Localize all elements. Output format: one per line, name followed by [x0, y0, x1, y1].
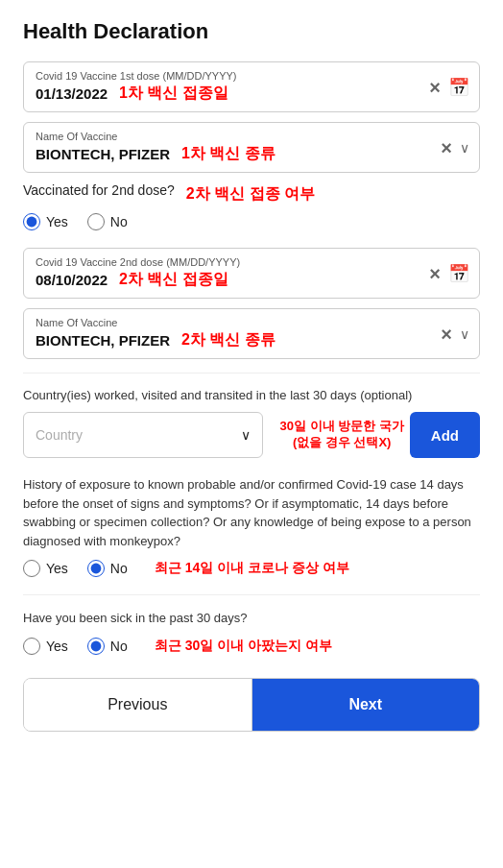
vaccine2-date-value: 08/10/2022 — [36, 272, 108, 288]
exposure-yes-option[interactable]: Yes — [23, 560, 68, 577]
sick-no-option[interactable]: No — [87, 638, 128, 655]
second-dose-yes-radio[interactable] — [23, 213, 40, 230]
vaccine1-date-value: 01/13/2022 — [36, 85, 108, 102]
second-dose-radio-group: Yes No — [23, 213, 480, 230]
vaccine2-date-calendar-icon[interactable] — [448, 263, 469, 284]
country-placeholder: Country — [36, 427, 83, 443]
exposure-question-text: History of exposure to known probable an… — [23, 475, 480, 550]
country-section: Country(ies) worked, visited and transit… — [23, 387, 480, 458]
second-dose-annotation: 2차 백신 접종 여부 — [186, 184, 315, 205]
country-select[interactable]: Country — [23, 412, 263, 458]
exposure-no-radio[interactable] — [87, 560, 105, 577]
country-input-row: Country 30일 이내 방문한 국가(없을 경우 선택X) Add — [23, 412, 480, 458]
vaccine1-date-calendar-icon[interactable] — [448, 77, 469, 98]
sick-yes-option[interactable]: Yes — [23, 638, 68, 655]
divider2 — [23, 594, 480, 595]
add-country-button[interactable]: Add — [410, 412, 480, 458]
vaccine1-date-label: Covid 19 Vaccine 1st dose (MM/DD/YYYY) — [36, 70, 236, 82]
vaccine1-date-annotation: 1차 백신 접종일 — [119, 84, 228, 104]
vaccine1-date-clear-icon[interactable] — [429, 76, 441, 98]
sick-yes-label: Yes — [46, 639, 68, 654]
country-annotation: 30일 이내 방문한 국가(없을 경우 선택X) — [280, 419, 404, 451]
page-title: Health Declaration — [23, 19, 480, 44]
exposure-no-option[interactable]: No — [87, 560, 128, 577]
second-dose-no-option[interactable]: No — [87, 213, 128, 230]
second-dose-section: Vaccinated for 2nd dose? 2차 백신 접종 여부 Yes… — [23, 182, 480, 230]
vaccine2-name-field: Name Of Vaccine BIONTECH, PFIZER 2차 백신 종… — [23, 308, 480, 359]
vaccine1-name-field: Name Of Vaccine BIONTECH, PFIZER 1차 백신 종… — [23, 122, 480, 173]
vaccine1-date-field: Covid 19 Vaccine 1st dose (MM/DD/YYYY) 0… — [23, 61, 480, 112]
exposure-no-label: No — [110, 561, 128, 576]
exposure-section: History of exposure to known probable an… — [23, 475, 480, 577]
vaccine2-date-field: Covid 19 Vaccine 2nd dose (MM/DD/YYYY) 0… — [23, 248, 480, 299]
vaccine2-name-value: BIONTECH, PFIZER — [36, 332, 170, 349]
vaccine2-date-annotation: 2차 백신 접종일 — [119, 270, 228, 290]
navigation-bar: Previous Next — [23, 678, 480, 732]
second-dose-yes-label: Yes — [46, 214, 68, 229]
vaccine1-name-value: BIONTECH, PFIZER — [36, 146, 170, 162]
vaccine1-name-label: Name Of Vaccine — [36, 131, 275, 142]
second-dose-no-radio[interactable] — [87, 213, 105, 230]
vaccine2-name-label: Name Of Vaccine — [36, 317, 275, 328]
vaccine1-name-annotation: 1차 백신 종류 — [181, 144, 275, 164]
exposure-annotation: 최근 14일 이내 코로나 증상 여부 — [155, 560, 349, 577]
sick-no-radio[interactable] — [87, 638, 105, 655]
vaccine2-name-clear-icon[interactable] — [441, 323, 452, 345]
country-section-label: Country(ies) worked, visited and transit… — [23, 387, 480, 404]
sick-yes-radio[interactable] — [23, 638, 40, 655]
second-dose-no-label: No — [110, 214, 128, 229]
second-dose-question: Vaccinated for 2nd dose? — [23, 182, 175, 198]
exposure-yes-radio[interactable] — [23, 560, 40, 577]
vaccine2-date-label: Covid 19 Vaccine 2nd dose (MM/DD/YYYY) — [36, 256, 240, 268]
vaccine1-name-clear-icon[interactable] — [441, 136, 452, 158]
previous-button[interactable]: Previous — [24, 679, 252, 731]
country-chevron-icon — [241, 427, 251, 443]
sick-annotation: 최근 30일 이내 아팠는지 여부 — [155, 638, 332, 655]
next-button[interactable]: Next — [252, 679, 480, 731]
vaccine2-name-dropdown-icon[interactable] — [460, 326, 469, 343]
sick-no-label: No — [110, 639, 128, 654]
sick-radio-group: Yes No — [23, 638, 128, 655]
vaccine1-name-dropdown-icon[interactable] — [460, 139, 469, 157]
sick-section: Have you been sick in the past 30 days? … — [23, 609, 480, 655]
exposure-radio-group: Yes No — [23, 560, 128, 577]
sick-question-text: Have you been sick in the past 30 days? — [23, 609, 480, 628]
exposure-yes-label: Yes — [46, 561, 68, 576]
vaccine2-name-annotation: 2차 백신 종류 — [181, 330, 275, 350]
divider1 — [23, 373, 480, 374]
vaccine2-date-clear-icon[interactable] — [429, 262, 441, 284]
second-dose-yes-option[interactable]: Yes — [23, 213, 68, 230]
